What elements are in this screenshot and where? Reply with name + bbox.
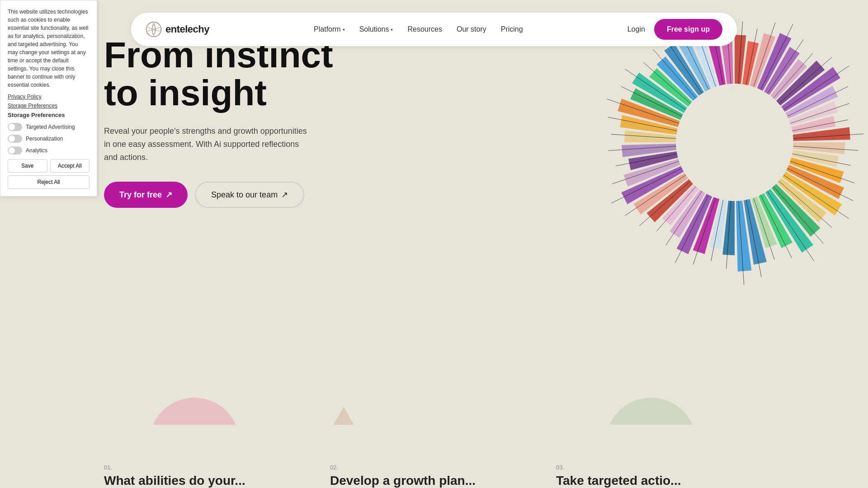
nav-solutions[interactable]: Solutions ▾: [359, 25, 393, 33]
main-page: entelechy Platform ▾ Solutions ▾ Resourc…: [0, 0, 868, 488]
logo-icon: [146, 21, 162, 38]
targeted-advertising-label: Targeted Advertising: [26, 124, 75, 130]
try-for-free-button[interactable]: Try for free ↗: [104, 182, 188, 208]
hero-title: From instinct to insight: [104, 36, 333, 112]
privacy-policy-link[interactable]: Privacy Policy: [8, 94, 90, 100]
nav-platform[interactable]: Platform ▾: [314, 25, 345, 33]
svg-point-0: [146, 22, 161, 37]
hero-section: From instinct to insight Reveal your peo…: [104, 36, 333, 208]
speak-to-team-button[interactable]: Speak to our team ↗: [195, 182, 304, 208]
hero-buttons: Try for free ↗ Speak to our team ↗: [104, 182, 333, 208]
bottom-columns: 01. What abilities do your... 02. Develo…: [0, 464, 868, 488]
nav-actions: Login Free sign up: [627, 19, 722, 40]
solutions-chevron: ▾: [391, 27, 393, 32]
logo[interactable]: entelechy: [146, 21, 209, 38]
analytics-row: Analytics: [8, 146, 90, 155]
logo-text: entelechy: [165, 23, 209, 35]
col1-label: What abilities do your...: [104, 474, 312, 488]
targeted-advertising-row: Targeted Advertising: [8, 123, 90, 131]
personalization-row: Personalization: [8, 135, 90, 143]
analytics-toggle[interactable]: [8, 146, 22, 155]
login-link[interactable]: Login: [627, 25, 645, 33]
navbar: entelechy Platform ▾ Solutions ▾ Resourc…: [131, 13, 737, 46]
personalization-label: Personalization: [26, 136, 63, 142]
storage-preferences-link[interactable]: Storage Preferences: [8, 103, 90, 109]
personalization-toggle[interactable]: [8, 135, 22, 143]
save-button[interactable]: Save: [8, 159, 47, 173]
wheel-svg: [565, 0, 868, 312]
free-signup-button[interactable]: Free sign up: [654, 19, 722, 40]
platform-label: Platform: [314, 25, 341, 33]
bottom-section: 01. What abilities do your... 02. Develo…: [0, 425, 868, 488]
col3-label: Take targeted actio...: [556, 474, 764, 488]
reject-all-button[interactable]: Reject All: [8, 175, 90, 189]
nav-our-story[interactable]: Our story: [457, 25, 486, 33]
col2-label: Develop a growth plan...: [330, 474, 538, 488]
targeted-advertising-toggle[interactable]: [8, 123, 22, 131]
arrow-icon: ↗: [165, 190, 172, 200]
col1-number: 01.: [104, 464, 312, 471]
pricing-label: Pricing: [501, 25, 523, 33]
nav-pricing[interactable]: Pricing: [501, 25, 523, 33]
bottom-col-2: 02. Develop a growth plan...: [330, 464, 538, 488]
resources-label: Resources: [407, 25, 442, 33]
bottom-col-3: 03. Take targeted actio...: [556, 464, 764, 488]
col2-number: 02.: [330, 464, 538, 471]
nav-resources[interactable]: Resources: [407, 25, 442, 33]
cookie-text: This website utilizes technologies such …: [8, 8, 90, 89]
nav-links: Platform ▾ Solutions ▾ Resources Our sto…: [314, 25, 523, 33]
storage-prefs-title: Storage Preferences: [8, 112, 90, 118]
hero-subtitle: Reveal your people's strengths and growt…: [104, 125, 312, 164]
platform-chevron: ▾: [343, 27, 345, 32]
accept-all-button[interactable]: Accept All: [50, 159, 90, 173]
external-link-icon: ↗: [281, 190, 288, 200]
col3-number: 03.: [556, 464, 764, 471]
analytics-label: Analytics: [26, 147, 47, 154]
svg-point-49: [680, 88, 789, 197]
solutions-label: Solutions: [359, 25, 389, 33]
bottom-col-1: 01. What abilities do your...: [104, 464, 312, 488]
wheel-visualization: [565, 0, 868, 312]
cookie-action-buttons: Save Accept All: [8, 159, 90, 173]
our-story-label: Our story: [457, 25, 486, 33]
cookie-banner: This website utilizes technologies such …: [0, 0, 97, 197]
